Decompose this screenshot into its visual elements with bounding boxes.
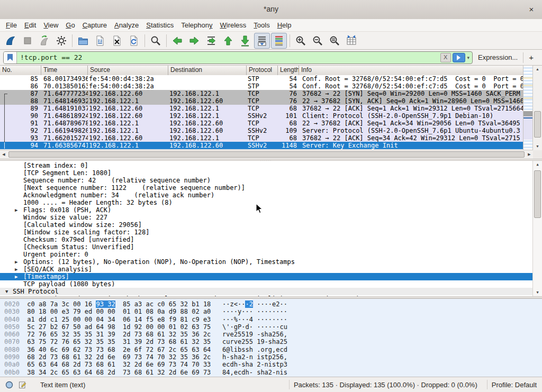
packet-row-92[interactable]: 9271.661949820192.168.122.1192.168.122.6…	[0, 127, 523, 134]
filter-apply-button[interactable]	[453, 53, 465, 62]
packet-row-91[interactable]: 9171.648789678192.168.122.1192.168.122.6…	[0, 120, 523, 127]
menu-go[interactable]: Go	[62, 20, 78, 30]
file-close-button[interactable]	[109, 33, 125, 49]
capture-start-button[interactable]	[3, 33, 19, 49]
display-filter-field[interactable]: !tcp.port == 22 X ▾	[3, 51, 473, 64]
menu-statistics[interactable]: Statistics	[142, 20, 177, 30]
column-header-no[interactable]: No.	[0, 66, 41, 75]
menu-tools[interactable]: Tools	[250, 20, 273, 30]
capture-stop-button[interactable]	[20, 33, 35, 49]
detail-line[interactable]: [Checksum Status: Unverified]	[0, 243, 533, 251]
hex-row-00b0[interactable]: 00b0 38 34 2c 65 63 64 68 2d 73 68 61 32…	[0, 369, 542, 376]
zoom-out-button[interactable]	[310, 33, 326, 49]
column-header-destination[interactable]: Destination	[168, 66, 247, 75]
detail-line[interactable]: 1000 .... = Header Length: 32 bytes (8)	[0, 199, 533, 206]
scroll-down-arrow[interactable]: ▼	[533, 289, 542, 296]
auto-scroll-button[interactable]	[254, 33, 270, 49]
menu-file[interactable]: File	[2, 20, 21, 30]
filter-bookmark-button[interactable]	[4, 52, 17, 63]
menu-view[interactable]: View	[40, 20, 62, 30]
detail-line[interactable]: TCP payload (1080 bytes)	[0, 280, 533, 288]
expander-closed-icon[interactable]: ▶	[15, 206, 17, 214]
status-profile[interactable]: Profile: Default	[492, 381, 537, 389]
expander-open-icon[interactable]: ▼	[5, 288, 8, 295]
expander-closed-icon[interactable]: ▶	[15, 258, 17, 266]
hex-row-0020[interactable]: 0020 c0 a8 7a 3c 00 16 93 32 85 a3 ac c0…	[0, 300, 542, 308]
packet-list-header[interactable]: No.TimeSourceDestinationProtocolLengthIn…	[0, 66, 523, 76]
go-last-button[interactable]	[237, 33, 253, 49]
scrollbar-thumb[interactable]	[534, 111, 541, 138]
scroll-down-arrow[interactable]: ▼	[533, 143, 542, 150]
detail-line[interactable]: [Stream index: 0]	[0, 162, 533, 169]
detail-line[interactable]: Acknowledgment number: 34 (relative ack …	[0, 192, 533, 199]
zoom-in-button[interactable]	[293, 33, 309, 49]
find-packet-button[interactable]	[148, 33, 164, 49]
resize-columns-button[interactable]	[344, 33, 359, 49]
column-header-source[interactable]: Source	[88, 66, 168, 75]
detail-line[interactable]: ▶Options: (12 bytes), No-Operation (NOP)…	[0, 258, 533, 266]
go-back-button[interactable]	[169, 33, 185, 49]
file-open-button[interactable]	[75, 33, 91, 49]
display-filter-input[interactable]: !tcp.port == 22	[17, 53, 440, 61]
packet-row-89[interactable]: 8971.648191037192.168.122.60192.168.122.…	[0, 105, 523, 112]
go-first-button[interactable]	[220, 33, 236, 49]
capture-options-button[interactable]	[53, 33, 69, 49]
intelligent-scrollbar-minimap[interactable]	[523, 66, 533, 150]
hex-row-0080[interactable]: 0080 36 40 6c 69 62 73 73 68 2e 6f 72 67…	[0, 346, 542, 353]
packet-bytes-pane[interactable]: 0020 c0 a8 7a 3c 00 16 93 32 85 a3 ac c0…	[0, 298, 542, 379]
detail-line[interactable]: ▶[SEQ/ACK analysis]	[0, 266, 533, 273]
scrollbar-thumb[interactable]	[534, 170, 541, 218]
menu-help[interactable]: Help	[274, 20, 295, 30]
hex-row-0030[interactable]: 0030 80 18 00 e3 79 ed 00 00 01 01 08 0a…	[0, 308, 542, 315]
scrollbar-thumb[interactable]	[8, 151, 525, 158]
menu-edit[interactable]: Edit	[21, 20, 40, 30]
scroll-up-arrow[interactable]: ▲	[533, 161, 542, 168]
column-header-protocol[interactable]: Protocol	[247, 66, 278, 75]
detail-line[interactable]: [Window size scaling factor: 128]	[0, 229, 533, 236]
capture-comment-button[interactable]	[19, 381, 26, 389]
detail-line[interactable]: ▼SSH Protocol	[0, 288, 533, 295]
colorize-button[interactable]	[271, 33, 287, 49]
detail-line[interactable]: Checksum: 0x79ed [unverified]	[0, 236, 533, 243]
hex-row-0040[interactable]: 0040 a1 dd c1 25 00 00 04 34 06 14 f5 e8…	[0, 316, 542, 323]
filter-clear-button[interactable]: X	[440, 53, 451, 62]
detail-line[interactable]: [Calculated window size: 29056]	[0, 221, 533, 229]
hex-row-0060[interactable]: 0060 72 76 65 32 35 35 31 39 2d 73 68 61…	[0, 331, 542, 338]
menu-capture[interactable]: Capture	[79, 20, 111, 30]
detail-line[interactable]: [TCP Segment Len: 1080]	[0, 169, 533, 177]
filter-add-button[interactable]: +	[523, 53, 539, 62]
file-reload-button[interactable]	[126, 33, 142, 49]
detail-line[interactable]: Urgent pointer: 0	[0, 251, 533, 258]
menu-telephony[interactable]: Telephony	[177, 20, 216, 30]
file-save-button[interactable]	[92, 33, 108, 49]
hex-row-0070[interactable]: 0070 63 75 72 76 65 32 35 35 31 39 2d 73…	[0, 338, 542, 345]
zoom-original-button[interactable]	[327, 33, 342, 49]
packet-row-88[interactable]: 8871.648146932192.168.122.1192.168.122.6…	[0, 97, 523, 105]
packet-row-90[interactable]: 9071.648618924192.168.122.60192.168.122.…	[0, 112, 523, 120]
column-header-info[interactable]: Info	[299, 66, 523, 75]
expression-button[interactable]: Expression...	[473, 53, 523, 61]
hex-row-0090[interactable]: 0090 68 2d 73 68 61 32 2d 6e 69 73 74 70…	[0, 353, 542, 361]
detail-line[interactable]: Window size value: 227	[0, 214, 533, 221]
title-bar[interactable]: *any ×	[0, 0, 542, 20]
packet-row-85[interactable]: 8568.001734936fe:54:00:d4:38:2aSTP54Conf…	[0, 75, 523, 83]
details-vscrollbar[interactable]: ▲ ▼	[532, 161, 542, 296]
expert-info-button[interactable]	[5, 381, 13, 389]
close-icon[interactable]: ×	[526, 4, 537, 15]
packet-row-94[interactable]: 9471.663856741192.168.122.1192.168.122.6…	[0, 142, 523, 149]
hex-row-00a0[interactable]: 00a0 65 63 64 68 2d 73 68 61 32 2d 6e 69…	[0, 361, 542, 368]
detail-line[interactable]: ▶[Timestamps]	[0, 273, 533, 280]
hex-row-0050[interactable]: 0050 5c 27 b2 67 50 ad 64 98 1d 92 00 00…	[0, 323, 542, 331]
menu-wireless[interactable]: Wireless	[216, 20, 250, 30]
detail-line[interactable]: [Next sequence number: 1122 (relative se…	[0, 184, 533, 192]
packet-row-93[interactable]: 9371.662015274192.168.122.60192.168.122.…	[0, 134, 523, 142]
expander-closed-icon[interactable]: ▶	[15, 273, 17, 280]
detail-line[interactable]: Sequence number: 42 (relative sequence n…	[0, 177, 533, 184]
expander-closed-icon[interactable]: ▶	[15, 266, 17, 273]
filter-history-dropdown[interactable]: ▾	[467, 55, 473, 60]
column-header-length[interactable]: Length	[278, 66, 299, 75]
menu-analyze[interactable]: Analyze	[111, 20, 142, 30]
column-header-time[interactable]: Time	[41, 66, 88, 75]
scroll-left-arrow[interactable]: ◀	[0, 150, 7, 159]
scroll-right-arrow[interactable]: ▶	[526, 150, 533, 159]
